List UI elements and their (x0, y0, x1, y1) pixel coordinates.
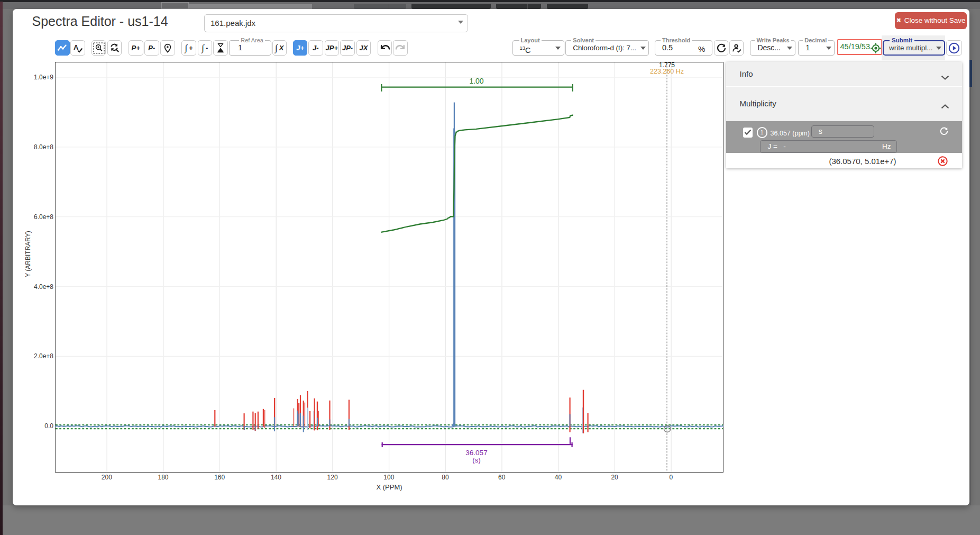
svg-text:A: A (74, 43, 79, 51)
